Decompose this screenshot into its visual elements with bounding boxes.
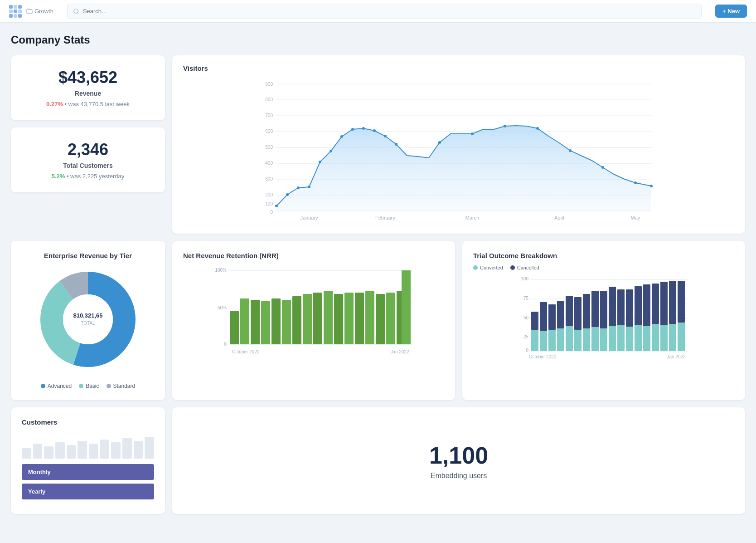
- trial-chart-card: Trial Outcome Breakdown Converted Cancel…: [462, 241, 745, 400]
- svg-rect-79: [583, 328, 590, 351]
- svg-rect-93: [643, 326, 650, 351]
- converted-label: Converted: [480, 265, 503, 270]
- svg-rect-47: [334, 294, 343, 344]
- svg-rect-95: [652, 324, 659, 351]
- legend-cancelled: Cancelled: [510, 265, 539, 270]
- enterprise-tier-title: Enterprise Revenue by Tier: [22, 252, 154, 259]
- donut-legend: Advanced Basic Standard: [22, 383, 154, 389]
- legend-advanced: Advanced: [41, 383, 72, 389]
- svg-rect-85: [609, 326, 616, 351]
- customers-label: Total Customers: [22, 162, 154, 169]
- svg-text:March: March: [465, 215, 480, 220]
- svg-rect-77: [574, 330, 582, 351]
- data-point: [634, 181, 637, 184]
- svg-rect-48: [344, 293, 354, 344]
- svg-rect-75: [566, 326, 573, 351]
- svg-text:January: January: [300, 215, 318, 220]
- embedding-users-label: Embedding users: [431, 472, 487, 480]
- legend-dot-advanced: [41, 384, 45, 388]
- svg-text:100: 100: [521, 276, 528, 281]
- svg-rect-96: [652, 284, 659, 324]
- embedding-users-card: 1,100 Embedding users: [172, 407, 745, 514]
- svg-text:$10,321,65: $10,321,65: [73, 312, 102, 319]
- svg-rect-37: [230, 311, 239, 344]
- data-point: [286, 193, 289, 196]
- search-input[interactable]: [83, 8, 696, 15]
- revenue-change: 0.27% • was 43,770.5 last week: [22, 101, 154, 108]
- svg-point-28: [63, 294, 113, 344]
- data-point: [650, 185, 653, 187]
- data-point: [340, 135, 343, 138]
- nrr-chart-card: Net Revenue Retention (NRR) 100% 50% 0: [172, 241, 455, 400]
- svg-rect-86: [609, 287, 616, 326]
- data-point: [373, 129, 376, 132]
- svg-rect-97: [660, 325, 668, 351]
- svg-rect-74: [557, 301, 564, 328]
- svg-rect-40: [261, 301, 270, 344]
- data-point: [384, 135, 387, 137]
- svg-text:700: 700: [265, 113, 273, 118]
- search-icon: [73, 8, 79, 15]
- revenue-value: $43,652: [22, 68, 154, 87]
- breadcrumb[interactable]: Growth: [26, 8, 53, 15]
- svg-rect-71: [548, 330, 556, 351]
- svg-text:500: 500: [265, 145, 273, 150]
- svg-rect-90: [626, 289, 633, 327]
- svg-rect-44: [303, 294, 312, 344]
- svg-rect-82: [591, 291, 599, 327]
- donut-chart-svg: $10,321,65 TOTAL: [34, 265, 142, 374]
- svg-text:400: 400: [265, 161, 273, 166]
- trial-legend: Converted Cancelled: [473, 265, 734, 270]
- customers-card: Customers Monthly Yearly: [11, 407, 165, 514]
- svg-rect-41: [271, 298, 281, 344]
- logo-grid-icon: [9, 5, 22, 18]
- customers-change-pct: 5.2%: [52, 173, 65, 180]
- svg-text:200: 200: [265, 192, 273, 197]
- svg-rect-78: [574, 297, 582, 330]
- svg-rect-49: [355, 293, 364, 344]
- cancelled-label: Cancelled: [517, 265, 539, 270]
- svg-text:900: 900: [265, 82, 273, 87]
- svg-rect-70: [540, 302, 547, 331]
- svg-rect-42: [282, 300, 291, 344]
- svg-rect-50: [365, 291, 374, 344]
- monthly-bar[interactable]: Monthly: [22, 464, 154, 480]
- legend-standard: Standard: [107, 383, 136, 389]
- svg-rect-84: [600, 291, 607, 328]
- svg-text:100: 100: [265, 201, 273, 206]
- revenue-change-dot: •: [65, 101, 68, 108]
- revenue-change-note: was 43,770.5 last week: [68, 101, 130, 108]
- svg-rect-88: [617, 289, 625, 325]
- trial-chart-title: Trial Outcome Breakdown: [473, 252, 734, 259]
- data-point: [471, 132, 474, 135]
- converted-dot: [473, 265, 478, 270]
- svg-text:100%: 100%: [215, 268, 227, 273]
- data-point: [438, 141, 441, 144]
- trial-chart-svg: 100 75 50 25 0: [473, 275, 734, 366]
- legend-dot-standard: [107, 384, 111, 388]
- search-bar[interactable]: [67, 4, 702, 19]
- top-navigation: Growth + New: [0, 0, 756, 23]
- svg-text:75: 75: [523, 296, 529, 301]
- svg-rect-46: [324, 291, 333, 344]
- svg-rect-91: [635, 325, 642, 351]
- svg-text:50: 50: [523, 315, 529, 320]
- yearly-bar[interactable]: Yearly: [22, 484, 154, 499]
- data-point: [351, 128, 354, 131]
- legend-basic: Basic: [79, 383, 99, 389]
- breadcrumb-text: Growth: [34, 8, 53, 15]
- svg-rect-98: [660, 282, 668, 325]
- customers-value: 2,346: [22, 140, 154, 159]
- page-title: Company Stats: [11, 34, 745, 46]
- new-button[interactable]: + New: [715, 5, 747, 18]
- svg-text:25: 25: [523, 334, 529, 339]
- embedding-users-value: 1,100: [429, 442, 488, 469]
- legend-dot-basic: [79, 384, 83, 388]
- svg-text:50%: 50%: [218, 305, 227, 310]
- legend-label-standard: Standard: [113, 383, 136, 389]
- data-point: [275, 205, 278, 207]
- data-point: [504, 125, 506, 127]
- stat-cards-column: $43,652 Revenue 0.27% • was 43,770.5 las…: [11, 55, 165, 234]
- svg-rect-83: [600, 328, 607, 351]
- svg-rect-72: [548, 304, 556, 330]
